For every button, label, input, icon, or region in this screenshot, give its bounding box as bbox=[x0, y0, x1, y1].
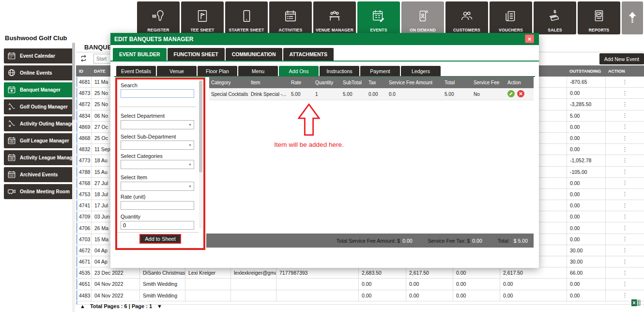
subtab-ledgers[interactable]: Ledgers bbox=[401, 66, 441, 76]
sidebar-item-archived-events[interactable]: Archived Events bbox=[4, 167, 74, 182]
toolbar-button-on-demand[interactable]: ON DEMAND bbox=[401, 1, 444, 34]
cell-outstanding: -105.00 bbox=[567, 167, 605, 177]
cell-amount: 2,683.50 bbox=[358, 267, 406, 278]
toolbar-button-label: REGISTER bbox=[147, 28, 169, 32]
dots-vertical-icon[interactable] bbox=[605, 211, 644, 222]
subtab-event-details[interactable]: Event Details bbox=[116, 66, 156, 76]
cell-id: 4872 bbox=[76, 99, 91, 109]
cell-id: 4869 bbox=[76, 122, 91, 132]
golf-clubs-icon bbox=[7, 102, 16, 112]
tab-event-builder[interactable]: EVENT BUILDER bbox=[113, 48, 167, 61]
dots-vertical-icon[interactable] bbox=[605, 256, 644, 267]
cell-outstanding: 5.00 bbox=[567, 110, 605, 121]
scrollbar-thumb[interactable] bbox=[72, 43, 75, 120]
excel-export-icon[interactable] bbox=[631, 298, 641, 310]
toolbar-button-tee-sheet[interactable]: TEE SHEET bbox=[181, 1, 224, 34]
club-name: Bushwood Golf Club bbox=[5, 34, 67, 42]
cell-id: 4773 bbox=[76, 155, 91, 166]
dots-vertical-icon[interactable] bbox=[605, 178, 644, 188]
toolbar-button-activities[interactable]: ACTIVITIES bbox=[269, 1, 312, 34]
pagination-label: Total Pages : 6 | Page : 1 bbox=[90, 303, 152, 309]
cell-rate: 5.00 bbox=[289, 92, 313, 97]
page-up-icon[interactable]: ▲ bbox=[80, 303, 85, 309]
cell-outstanding: 0.00 bbox=[567, 200, 605, 211]
service-fee-tax-label: Service Fee Tax: $ bbox=[428, 238, 470, 244]
dots-vertical-icon[interactable] bbox=[605, 279, 644, 289]
toolbar-button-vouchers[interactable]: VOUCHERS bbox=[490, 1, 532, 34]
item-select[interactable] bbox=[121, 182, 194, 191]
toolbar-button-customers[interactable]: CUSTOMERS bbox=[445, 1, 488, 34]
dots-vertical-icon[interactable] bbox=[605, 222, 644, 233]
toolbar-button-events[interactable]: EVENTS bbox=[357, 1, 400, 34]
dialog-title: EDIT BANQUETS MANAGER bbox=[114, 36, 193, 43]
sidebar-item-online-events[interactable]: Online Events bbox=[4, 65, 74, 80]
dots-vertical-icon[interactable] bbox=[605, 200, 644, 211]
dots-vertical-icon[interactable] bbox=[605, 99, 644, 109]
cell-amount: 0.00 bbox=[358, 290, 406, 301]
grand-total-label: Total : bbox=[498, 238, 511, 244]
close-icon[interactable]: × bbox=[525, 34, 534, 43]
golf-clubs-icon bbox=[7, 119, 16, 129]
dots-vertical-icon[interactable] bbox=[605, 245, 644, 256]
panel-scrollbar[interactable] bbox=[199, 80, 202, 229]
department-select[interactable] bbox=[121, 120, 194, 129]
subtab-menu[interactable]: Menu bbox=[238, 66, 278, 76]
dots-vertical-icon[interactable] bbox=[605, 133, 644, 143]
sidebar-item-event-calendar[interactable]: Event Calendar bbox=[4, 48, 74, 63]
sidebar-item-golf-league-manager[interactable]: Golf League Manager bbox=[4, 133, 74, 148]
sidebar: Event Calendar Online Events Banquet Man… bbox=[4, 48, 74, 199]
dots-vertical-icon[interactable] bbox=[605, 167, 644, 177]
scroll-top-button[interactable] bbox=[622, 1, 643, 34]
dots-vertical-icon[interactable] bbox=[605, 110, 644, 121]
cell-id: 4834 bbox=[76, 110, 91, 121]
quantity-input[interactable] bbox=[121, 221, 194, 230]
subtab-payment[interactable]: Payment bbox=[360, 66, 400, 76]
subtab-add-ons[interactable]: Add Ons bbox=[279, 66, 319, 76]
categories-select[interactable] bbox=[121, 160, 194, 169]
add-new-event-button[interactable]: Add New Event bbox=[599, 53, 644, 64]
sidebar-item-banquet-manager[interactable]: Banquet Manager bbox=[4, 82, 74, 97]
dots-vertical-icon[interactable] bbox=[605, 189, 644, 200]
sidebar-item-golf-outing-manager[interactable]: Golf Outing Manager bbox=[4, 99, 74, 114]
toolbar-button-venue-manager[interactable]: VENUE MANAGER bbox=[313, 1, 356, 34]
dots-vertical-icon[interactable] bbox=[605, 122, 644, 132]
page-down-icon[interactable]: ▼ bbox=[157, 303, 162, 309]
cell-id: 4753 bbox=[76, 189, 91, 200]
table-row: 4651 04 Nov 2022 Smith Wedding 0.00 0.00… bbox=[76, 279, 644, 290]
svg-text:$: $ bbox=[553, 9, 556, 14]
sub-department-select[interactable] bbox=[121, 140, 194, 150]
subtab-venue[interactable]: Venue bbox=[157, 66, 197, 76]
report-chart-icon bbox=[592, 9, 606, 28]
annotation-text: Item will be added here. bbox=[248, 141, 369, 148]
scrollbar-thumb[interactable] bbox=[199, 80, 202, 172]
toolbar-button-reports[interactable]: REPORTS bbox=[578, 1, 620, 34]
column-header: Quantity bbox=[313, 80, 341, 85]
sidebar-item-activity-outing-manager[interactable]: Activity Outing Manager bbox=[4, 116, 74, 131]
search-input[interactable] bbox=[121, 89, 194, 98]
list-vertical-scrollbar[interactable] bbox=[72, 43, 75, 312]
dots-vertical-icon[interactable] bbox=[605, 77, 644, 87]
dots-vertical-icon[interactable] bbox=[605, 88, 644, 98]
sidebar-item-online-meeting-room[interactable]: Online Meeting Room bbox=[4, 184, 74, 199]
add-to-sheet-button[interactable]: Add to Sheet bbox=[139, 234, 181, 244]
toolbar-button-starter-sheet[interactable]: STARTER SHEET bbox=[225, 1, 268, 34]
tab-function-sheet[interactable]: FUNCTION SHEET bbox=[168, 48, 225, 61]
sidebar-item-activity-league-manager[interactable]: Activity League Manager bbox=[4, 150, 74, 165]
subtab-floor-plan[interactable]: Floor Plan bbox=[198, 66, 237, 76]
dots-vertical-icon[interactable] bbox=[605, 234, 644, 245]
repeat-loop-icon[interactable] bbox=[79, 54, 88, 64]
toolbar-button-register[interactable]: REGISTER bbox=[137, 1, 180, 34]
dots-vertical-icon[interactable] bbox=[605, 155, 644, 166]
toolbar-button-label: CUSTOMERS bbox=[453, 28, 480, 32]
subtab-instructions[interactable]: Instructions bbox=[320, 66, 359, 76]
tab-communication[interactable]: COMMUNICATION bbox=[226, 48, 282, 61]
tab-attachments[interactable]: ATTACHMENTS bbox=[283, 48, 334, 61]
delete-x-icon[interactable] bbox=[517, 90, 524, 98]
toolbar-button-sales[interactable]: $ SALES bbox=[534, 1, 576, 34]
rate-input[interactable] bbox=[121, 201, 194, 210]
edit-pencil-icon[interactable] bbox=[507, 90, 515, 98]
cell-amount: 0.00 bbox=[500, 279, 567, 289]
dots-vertical-icon[interactable] bbox=[605, 144, 644, 155]
dots-vertical-icon[interactable] bbox=[605, 267, 644, 278]
column-header: Item bbox=[249, 80, 289, 85]
